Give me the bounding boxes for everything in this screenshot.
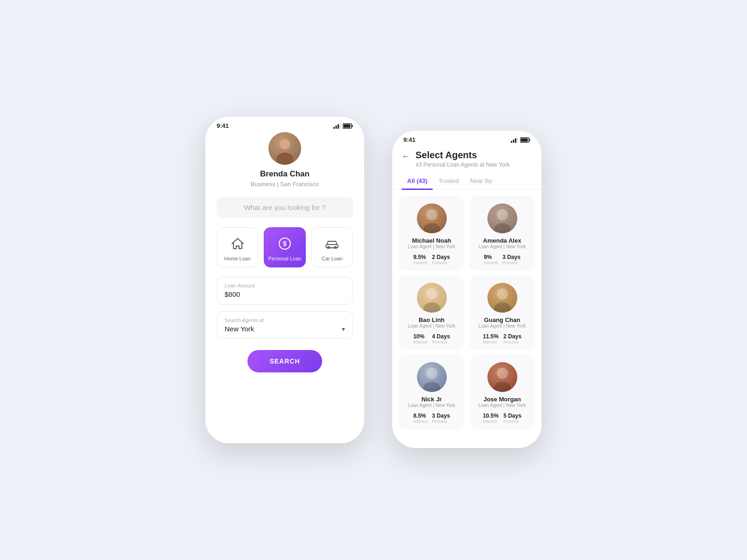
agent-card[interactable]: Bao Linh Loan Agent | New York 10% Inter… — [399, 275, 465, 350]
process-value-5: 5 Days — [503, 413, 521, 419]
svg-rect-6 — [344, 124, 351, 127]
interest-value-1: 9% — [484, 254, 492, 260]
svg-point-25 — [494, 223, 511, 233]
process-value-4: 3 Days — [432, 413, 450, 419]
agent-card[interactable]: Amenda Alex Loan Agent | New York 9% Int… — [469, 196, 535, 271]
svg-point-28 — [497, 288, 508, 300]
back-button[interactable]: ← — [402, 152, 410, 161]
status-time-2: 9:41 — [403, 136, 416, 143]
search-agents-label: Search Agents at — [225, 317, 264, 323]
agent-card[interactable]: Guang Chan Loan Agent | New York 11.5% I… — [469, 275, 535, 350]
signal-icon-2 — [511, 137, 518, 143]
stat-interest-1: 9% Interest — [484, 254, 498, 265]
agent-name-4: Nick Jr — [422, 396, 442, 403]
loan-type-car[interactable]: Car Loan — [311, 227, 353, 267]
search-what-input[interactable]: What are you looking for ? — [217, 197, 353, 218]
personal-loan-label: Personal Loan — [268, 256, 302, 261]
user-avatar — [268, 132, 301, 165]
process-value-0: 2 Days — [432, 254, 450, 260]
agent-stats-1: 9% Interest 3 Days Process — [475, 254, 529, 265]
svg-rect-21 — [521, 138, 528, 141]
notch-2 — [439, 131, 495, 142]
interest-label-3: Interest — [483, 340, 497, 344]
stat-process-2: 4 Days Process — [432, 333, 450, 344]
agent-role-5: Loan Agent | New York — [479, 403, 526, 408]
svg-point-29 — [494, 302, 511, 313]
agent-name-5: Jose Morgan — [483, 396, 521, 403]
stat-interest-5: 10.5% Interest — [483, 413, 499, 424]
loan-type-personal[interactable]: $ Personal Loan — [264, 227, 305, 267]
agent-role-3: Loan Agent | New York — [479, 323, 526, 329]
battery-icon-2 — [520, 137, 530, 143]
status-icons-1 — [333, 123, 353, 129]
stat-interest-4: 8.5% Interest — [413, 413, 427, 424]
process-label-5: Process — [503, 419, 519, 424]
svg-point-23 — [423, 223, 440, 233]
agent-stats-0: 9.5% Interest 2 Days Process — [404, 254, 459, 265]
search-button[interactable]: SEARCH — [247, 350, 322, 372]
chevron-down-icon: ▾ — [342, 325, 345, 333]
search-agents-select[interactable]: Search Agents at New York ▾ — [217, 311, 353, 339]
phone-1: 9:41 Brenda Chan Busine — [205, 117, 364, 443]
home-loan-label: Home Loan — [224, 256, 251, 261]
agent-card[interactable]: Jose Morgan Loan Agent | New York 10.5% … — [469, 355, 535, 429]
process-label-1: Process — [502, 260, 518, 265]
process-label-4: Process — [432, 419, 447, 424]
loan-type-home[interactable]: Home Loan — [217, 227, 258, 267]
stat-process-0: 2 Days Process — [432, 254, 450, 265]
agent-stats-4: 8.5% Interest 3 Days Process — [404, 413, 459, 424]
stat-process-5: 5 Days Process — [503, 413, 521, 424]
loan-amount-value: $800 — [225, 290, 240, 298]
tab-nearby[interactable]: Near By — [465, 174, 498, 189]
p2-header: ← Select Agents 43 Personal Loan Agents … — [392, 146, 542, 174]
svg-rect-2 — [338, 124, 339, 129]
agent-face-svg — [417, 283, 447, 313]
svg-point-26 — [426, 288, 437, 300]
svg-rect-5 — [352, 125, 353, 127]
svg-point-33 — [494, 382, 511, 392]
tab-all[interactable]: All (43) — [402, 174, 433, 189]
agent-avatar-0 — [417, 203, 447, 233]
svg-point-30 — [426, 368, 437, 379]
tab-trusted[interactable]: Trusted — [433, 174, 465, 189]
process-value-2: 4 Days — [432, 333, 450, 340]
phone1-content: Brenda Chan Business | San Francisco Wha… — [205, 132, 364, 384]
agent-name-3: Guang Chan — [484, 316, 520, 323]
process-value-1: 3 Days — [502, 254, 521, 260]
svg-rect-15 — [511, 141, 512, 143]
svg-rect-3 — [340, 123, 341, 129]
user-name: Brenda Chan — [260, 169, 310, 179]
loan-type-selector: Home Loan $ Personal Loan — [217, 227, 353, 267]
agent-tabs: All (43) Trusted Near By — [392, 174, 542, 189]
agent-name-0: Michael Noah — [412, 237, 451, 244]
stat-interest-2: 10% Interest — [413, 333, 427, 344]
loan-amount-label: Loan Amount — [225, 283, 345, 288]
process-label-2: Process — [432, 340, 447, 344]
agent-avatar-5 — [487, 362, 517, 392]
title-block: Select Agents 43 Personal Loan Agents at… — [416, 150, 509, 168]
battery-icon — [343, 123, 353, 129]
interest-value-5: 10.5% — [483, 413, 499, 419]
interest-value-2: 10% — [413, 333, 424, 340]
agent-card[interactable]: Michael Noah Loan Agent | New York 9.5% … — [399, 196, 465, 271]
agent-avatar-4 — [417, 362, 447, 392]
svg-point-24 — [497, 209, 508, 220]
agent-avatar-1 — [487, 203, 517, 233]
agent-stats-3: 11.5% Interest 2 Days Process — [475, 333, 529, 344]
search-agents-city: New York — [225, 325, 264, 333]
personal-loan-icon: $ — [276, 235, 293, 252]
agent-face-svg — [487, 283, 517, 313]
interest-label-5: Interest — [483, 419, 497, 424]
stat-process-1: 3 Days Process — [502, 254, 521, 265]
loan-amount-field[interactable]: Loan Amount $800 — [217, 277, 353, 305]
svg-point-8 — [276, 153, 293, 165]
interest-label-1: Interest — [484, 260, 498, 265]
status-time-1: 9:41 — [217, 122, 229, 129]
svg-rect-0 — [333, 127, 335, 129]
svg-point-27 — [423, 302, 440, 313]
agent-face-svg — [487, 203, 517, 233]
svg-point-9 — [280, 139, 290, 149]
agent-card[interactable]: Nick Jr Loan Agent | New York 8.5% Inter… — [399, 355, 465, 429]
agent-avatar-3 — [487, 283, 517, 313]
agent-role-4: Loan Agent | New York — [408, 403, 455, 408]
